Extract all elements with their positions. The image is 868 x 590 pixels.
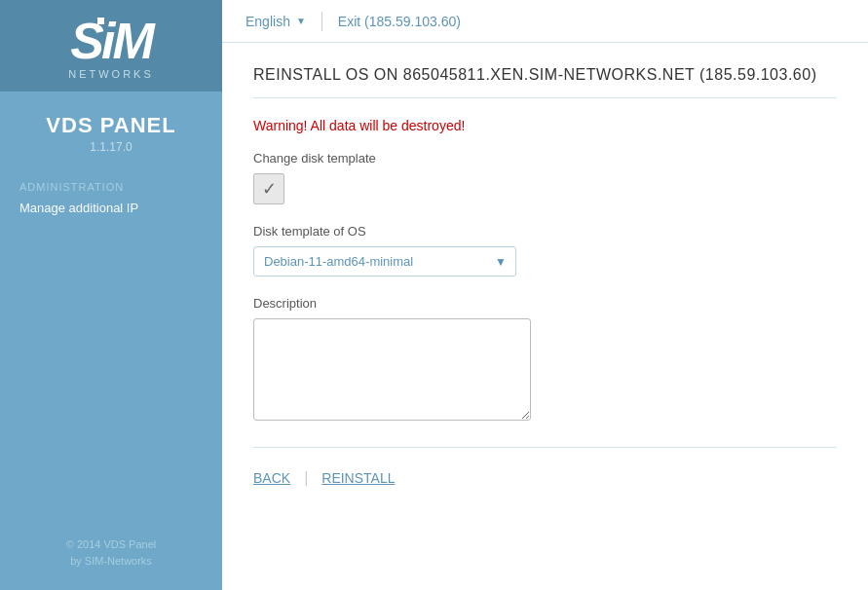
sidebar: SiM NETWORKS VDS PANEL 1.1.17.0 ADMINIST… [0,0,222,590]
panel-title: VDS PANEL [46,113,175,138]
disk-template-select[interactable]: Debian-11-amd64-minimal Debian-10-amd64-… [253,246,516,277]
footer-line2: by SIM-Networks [66,553,157,571]
sidebar-footer: © 2014 VDS Panel by SIM-Networks [66,536,157,590]
checkmark-icon: ✓ [262,178,277,200]
version-label: 1.1.17.0 [90,140,132,154]
content-area: REINSTALL OS ON 865045811.XEN.SIM-NETWOR… [222,43,868,590]
footer-line1: © 2014 VDS Panel [66,536,157,554]
page-title: REINSTALL OS ON 865045811.XEN.SIM-NETWOR… [253,66,837,98]
divider [253,447,837,448]
action-separator: | [304,469,308,487]
chevron-down-icon: ▼ [296,16,306,26]
disk-template-select-wrapper: Debian-11-amd64-minimal Debian-10-amd64-… [253,246,516,277]
description-label: Description [253,296,837,311]
disk-template-label: Disk template of OS [253,224,837,239]
action-row: BACK | REINSTALL [253,469,837,487]
language-selector[interactable]: English ▼ [245,14,306,29]
logo-container: SiM NETWORKS [0,0,222,92]
top-bar: English ▼ Exit (185.59.103.60) [222,0,868,43]
logo-text: SiM [70,13,151,69]
warning-text: Warning! All data will be destroyed! [253,118,837,133]
admin-label: ADMINISTRATION [0,181,124,193]
back-button[interactable]: BACK [253,470,290,486]
description-textarea[interactable] [253,318,531,421]
logo-networks: NETWORKS [68,68,154,80]
change-disk-label: Change disk template [253,151,837,166]
sidebar-item-manage-ip[interactable]: Manage additional IP [0,193,222,223]
language-label: English [245,14,290,29]
main-area: English ▼ Exit (185.59.103.60) REINSTALL… [222,0,868,590]
change-disk-checkbox[interactable]: ✓ [253,173,284,204]
reinstall-button[interactable]: REINSTALL [321,470,395,486]
top-bar-separator [321,12,322,31]
exit-link[interactable]: Exit (185.59.103.60) [338,14,461,29]
change-disk-checkbox-wrapper: ✓ [253,173,837,204]
